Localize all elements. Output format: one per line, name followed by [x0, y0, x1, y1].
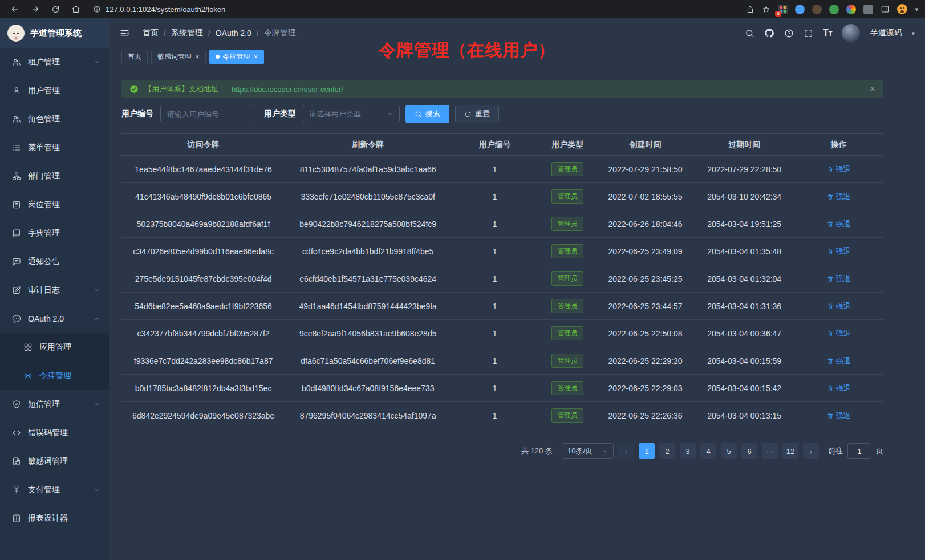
- page-button[interactable]: 1: [639, 443, 655, 459]
- page-size-select[interactable]: 10条/页: [562, 443, 614, 459]
- force-logout-button[interactable]: 强退: [827, 274, 851, 284]
- force-logout-button[interactable]: 强退: [827, 383, 851, 393]
- extension-gray-icon[interactable]: [863, 5, 873, 14]
- extension-green-icon[interactable]: [829, 5, 839, 14]
- report-designer-icon: [12, 514, 21, 523]
- force-logout-button[interactable]: 强退: [827, 328, 851, 339]
- col-refresh-token: 刷新令牌: [285, 134, 451, 156]
- browser-forward-icon[interactable]: [31, 5, 40, 14]
- page-button[interactable]: 2: [659, 443, 675, 459]
- access-token-cell: 502375b8040a469a9b82188afdf6af1f: [121, 210, 285, 238]
- tab-sensitive-words[interactable]: 敏感词管理 ×: [151, 50, 206, 64]
- expire-time-cell: 2022-07-29 22:28:50: [695, 156, 794, 183]
- refresh-token-cell: dfa6c71a50a54c66bef706ef9e6e8d81: [285, 347, 451, 375]
- search-button[interactable]: 搜索: [405, 105, 449, 123]
- sidebar-item-tenants[interactable]: 租户管理: [0, 48, 109, 76]
- github-icon[interactable]: [764, 28, 774, 38]
- force-logout-button[interactable]: 强退: [827, 192, 851, 202]
- sidebar-toggle-icon[interactable]: [119, 28, 130, 39]
- close-icon[interactable]: ×: [195, 53, 200, 60]
- user-type-badge: 管理员: [551, 244, 583, 258]
- breadcrumb-oauth2[interactable]: OAuth 2.0: [216, 29, 251, 38]
- table-row: 1ea5e44f8bc1467aaede43144f31de76 811c530…: [121, 156, 883, 183]
- chevron-down-icon: [94, 59, 100, 66]
- table-row: 275e5de9151045fe87cbdc395e004f4d e6cfd40…: [121, 265, 883, 293]
- tab-home[interactable]: 首页: [121, 50, 148, 64]
- user-icon: [12, 86, 21, 95]
- sidebar-item-payment[interactable]: 支付管理: [0, 476, 109, 504]
- prev-page-button[interactable]: ‹: [618, 443, 634, 459]
- extension-badge: 6: [775, 11, 781, 17]
- site-info-icon[interactable]: [93, 5, 101, 13]
- page-button[interactable]: 6: [741, 443, 757, 459]
- tab-token-management[interactable]: 令牌管理 ×: [209, 50, 265, 64]
- sidebar-item-notice[interactable]: 通知公告: [0, 247, 109, 276]
- breadcrumb-system[interactable]: 系统管理: [171, 28, 203, 38]
- force-logout-button[interactable]: 强退: [827, 246, 851, 257]
- alert-close-icon[interactable]: ×: [870, 83, 875, 95]
- side-panel-icon[interactable]: [881, 5, 890, 14]
- sidebar-item-error-codes[interactable]: 错误码管理: [0, 419, 109, 447]
- extension-brown-icon[interactable]: [812, 5, 822, 14]
- access-token-cell: 1ea5e44f8bc1467aaede43144f31de76: [121, 156, 285, 183]
- user-avatar[interactable]: [842, 24, 860, 42]
- bookmark-star-icon[interactable]: [762, 5, 770, 14]
- sidebar-item-posts[interactable]: 岗位管理: [0, 190, 109, 219]
- sidebar-item-menus[interactable]: 菜单管理: [0, 133, 109, 162]
- sidebar-item-departments[interactable]: 部门管理: [0, 162, 109, 190]
- sidebar-item-oauth2[interactable]: OAuth 2.0: [0, 305, 109, 333]
- goto-page-input[interactable]: [847, 443, 871, 459]
- font-size-icon[interactable]: TT: [823, 28, 833, 38]
- fullscreen-icon[interactable]: [804, 29, 813, 38]
- page-button[interactable]: 12: [782, 443, 798, 459]
- page-button[interactable]: 3: [680, 443, 696, 459]
- browser-home-icon[interactable]: [71, 5, 80, 14]
- user-type-select[interactable]: 请选择用户类型: [303, 105, 400, 123]
- sidebar-item-users[interactable]: 用户管理: [0, 76, 109, 105]
- extension-grid-icon[interactable]: 6: [778, 5, 788, 14]
- reset-button[interactable]: 重置: [455, 105, 499, 123]
- share-icon[interactable]: [746, 5, 754, 14]
- sidebar-item-roles[interactable]: 角色管理: [0, 105, 109, 133]
- user-type-badge: 管理员: [551, 381, 583, 395]
- page-button[interactable]: 4: [700, 443, 716, 459]
- doc-link[interactable]: https://doc.iocoder.cn/user-center/: [232, 85, 343, 94]
- browser-back-icon[interactable]: [10, 5, 19, 14]
- sidebar-item-report-designer[interactable]: 报表设计器: [0, 504, 109, 533]
- trash-icon: [827, 275, 834, 282]
- extension-blue-icon[interactable]: [795, 5, 805, 14]
- page-ellipsis[interactable]: ···: [762, 443, 778, 459]
- post-icon: [12, 200, 21, 209]
- user-menu-caret-icon[interactable]: ▾: [911, 30, 915, 37]
- refresh-token-cell: 811c530487574fa0af1a59d3abc1aa66: [285, 156, 451, 183]
- table-row: c347026e805e4d99b0d116eae66eda8c cdfc4ce…: [121, 238, 883, 265]
- sidebar-item-oauth2-apps[interactable]: 应用管理: [0, 333, 109, 362]
- sidebar-item-dict[interactable]: 字典管理: [0, 219, 109, 247]
- search-icon[interactable]: [745, 29, 754, 38]
- extension-pinwheel-icon[interactable]: [846, 5, 856, 14]
- force-logout-button[interactable]: 强退: [827, 356, 851, 366]
- sidebar-item-sms[interactable]: 短信管理: [0, 390, 109, 419]
- sidebar-item-audit-log[interactable]: 审计日志: [0, 276, 109, 305]
- force-logout-button[interactable]: 强退: [827, 411, 851, 421]
- breadcrumb-home[interactable]: 首页: [143, 28, 159, 38]
- sidebar-item-sensitive-words[interactable]: 敏感词管理: [0, 447, 109, 476]
- user-type-badge: 管理员: [551, 408, 583, 423]
- force-logout-button[interactable]: 强退: [827, 164, 851, 175]
- app-logo[interactable]: 芋道管理系统: [0, 18, 109, 48]
- help-icon[interactable]: [784, 29, 794, 38]
- force-logout-button[interactable]: 强退: [827, 219, 851, 229]
- close-icon[interactable]: ×: [254, 53, 258, 60]
- sidebar-item-oauth2-tokens[interactable]: 令牌管理: [0, 362, 109, 390]
- trash-icon: [827, 358, 834, 364]
- user-id-input[interactable]: [160, 105, 251, 123]
- browser-url-bar[interactable]: 127.0.0.1:1024/system/oauth2/token: [93, 5, 746, 14]
- created-time-cell: 2022-06-25 23:49:09: [596, 238, 694, 265]
- browser-menu-caret-icon[interactable]: ▾: [915, 6, 918, 13]
- expire-time-cell: 2054-03-04 19:51:25: [695, 210, 794, 238]
- force-logout-button[interactable]: 强退: [827, 301, 851, 311]
- browser-reload-icon[interactable]: [51, 5, 60, 14]
- next-page-button[interactable]: ›: [803, 443, 819, 459]
- browser-profile-avatar[interactable]: [897, 4, 907, 14]
- page-button[interactable]: 5: [721, 443, 737, 459]
